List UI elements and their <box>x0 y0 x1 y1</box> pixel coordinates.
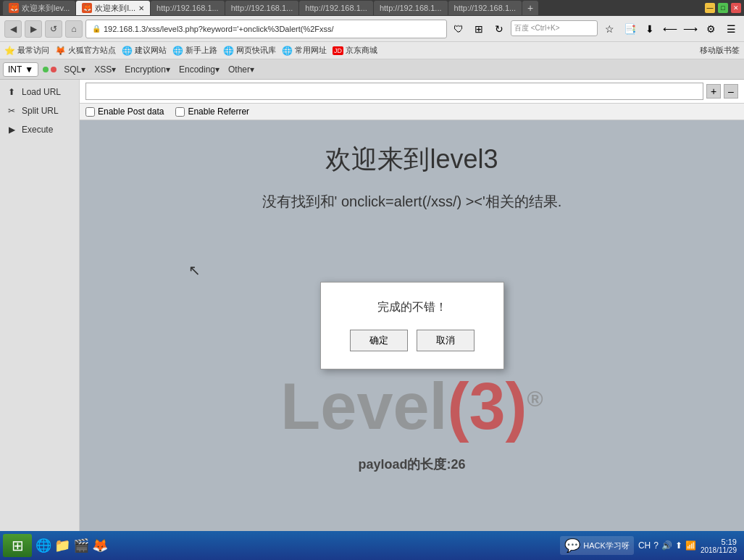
enable-post-data-checkbox[interactable]: Enable Post data <box>85 106 164 117</box>
star-icon[interactable]: ☆ <box>601 20 618 38</box>
split-url-button[interactable]: ✂ Split URL <box>0 101 79 120</box>
bookmark-jd[interactable]: JD 京东商城 <box>333 45 377 56</box>
url-side-btn-plus[interactable]: + <box>706 84 721 99</box>
dialog-confirm-button[interactable]: 确定 <box>350 330 408 351</box>
back-button[interactable]: ◀ <box>4 20 22 38</box>
menu-icon[interactable]: ☰ <box>722 20 740 38</box>
enable-post-data-label: Enable Post data <box>98 106 164 117</box>
shield-icon: 🛡 <box>450 20 467 38</box>
tab-7-label: http://192.168.1... <box>454 4 517 12</box>
plugin-status <box>43 67 57 72</box>
hack-label-item: 💬 HACK学习呀 <box>560 536 634 555</box>
plugin-encryption-menu[interactable]: Encryption▾ <box>122 63 173 76</box>
bookmark-news-label: 网页快讯库 <box>236 45 276 56</box>
bookmark-star-icon: ⭐ <box>4 46 15 56</box>
url-input-area: + – <box>80 80 744 104</box>
plugin-other-menu[interactable]: Other▾ <box>225 63 257 76</box>
checkbox-bar: Enable Post data Enable Referrer <box>80 104 744 120</box>
mobile-bookmark-label: 移动版书签 <box>700 46 740 54</box>
bookmark-beginner[interactable]: 🌐 新手上路 <box>172 45 217 56</box>
int-dropdown-arrow: ▼ <box>25 64 33 75</box>
bookmark-most-visited[interactable]: ⭐ 最常访问 <box>4 45 49 56</box>
tab-5[interactable]: http://192.168.1... <box>299 1 373 15</box>
tab-4[interactable]: http://192.168.1... <box>225 1 299 15</box>
tab-2[interactable]: 🦊 欢迎来到l... ✕ <box>76 1 150 15</box>
load-url-label: Load URL <box>22 87 61 97</box>
referrer-input[interactable] <box>175 107 185 117</box>
url-text-field[interactable] <box>85 83 703 100</box>
tab-1[interactable]: 🦊 欢迎来到lev... <box>3 1 75 15</box>
plugin-xss-menu[interactable]: XSS▾ <box>91 63 119 76</box>
title-bar: 🦊 欢迎来到lev... 🦊 欢迎来到l... ✕ http://192.168… <box>0 0 744 16</box>
load-url-button[interactable]: ⬆ Load URL <box>0 83 79 101</box>
taskbar: ⊞ 🌐 📁 🎬 🦊 💬 HACK学习呀 CH ? 🔊 ⬆ 📶 5:19 2018… <box>0 531 744 560</box>
clock-time: 5:19 <box>701 538 737 546</box>
post-data-input[interactable] <box>85 107 95 117</box>
address-bar[interactable]: 🔒 192.168.1.3/xss/level3.php?keyword='+o… <box>85 20 447 38</box>
plugin-sql-menu[interactable]: SQL▾ <box>61 63 88 76</box>
bookmark-beginner-icon: 🌐 <box>172 46 183 56</box>
forward-button[interactable]: ▶ <box>25 20 42 38</box>
bookmark-common-icon: 🌐 <box>282 46 293 56</box>
settings-icon[interactable]: ⚙ <box>702 20 719 38</box>
bookmark-jd-label: 京东商城 <box>346 45 377 56</box>
dialog-buttons: 确定 取消 <box>350 330 475 351</box>
refresh-button[interactable]: ↺ <box>45 20 62 38</box>
address-text: 192.168.1.3/xss/level3.php?keyword='+onc… <box>104 25 334 33</box>
bookmark-common[interactable]: 🌐 常用网址 <box>282 45 327 56</box>
mobile-bookmark-item[interactable]: 移动版书签 <box>700 45 740 56</box>
tab-3-label: http://192.168.1... <box>156 4 219 12</box>
window-controls: — □ ✕ <box>705 3 741 13</box>
bookmark-icon[interactable]: 📑 <box>621 20 638 38</box>
plugin-encoding-menu[interactable]: Encoding▾ <box>176 63 222 76</box>
taskbar-ie-icon[interactable]: 🌐 <box>35 537 52 554</box>
tab-bar: 🦊 欢迎来到lev... 🦊 欢迎来到l... ✕ http://192.168… <box>3 1 705 15</box>
taskbar-media-icon[interactable]: 🎬 <box>72 537 90 554</box>
history-icon[interactable]: ⟵ <box>661 20 679 38</box>
dialog-cancel-button[interactable]: 取消 <box>417 330 475 351</box>
tab-2-favicon: 🦊 <box>82 3 92 13</box>
split-url-icon: ✂ <box>6 105 17 117</box>
bookmark-firefox[interactable]: 🦊 火狐官方站点 <box>55 45 116 56</box>
tab-6-label: http://192.168.1... <box>380 4 442 12</box>
minimize-button[interactable]: — <box>705 3 715 13</box>
tab-6[interactable]: http://192.168.1... <box>374 1 448 15</box>
tab-5-label: http://192.168.1... <box>305 4 367 12</box>
load-url-icon: ⬆ <box>6 86 17 98</box>
enable-referrer-checkbox[interactable]: Enable Referrer <box>175 106 249 117</box>
status-dot-green <box>43 67 49 72</box>
tab-7[interactable]: http://192.168.1... <box>448 1 522 15</box>
tab-3[interactable]: http://192.168.1... <box>151 1 225 15</box>
page-content: 欢迎来到level3 没有找到和' onclick=alert(/xss/) >… <box>80 120 744 531</box>
taskbar-firefox-icon[interactable]: 🦊 <box>91 537 109 554</box>
taskbar-folder-icon[interactable]: 📁 <box>54 537 71 554</box>
sidebar: ⬆ Load URL ✂ Split URL ▶ Execute <box>0 80 80 531</box>
int-dropdown[interactable]: INT ▼ <box>3 62 38 77</box>
battery-icon: ⬆ <box>675 540 682 551</box>
wechat-icon: 💬 <box>564 538 580 553</box>
language-icon: CH <box>638 540 651 551</box>
clock-date: 2018/11/29 <box>701 546 737 554</box>
content-area: + – Enable Post data Enable Referrer 欢迎来… <box>80 80 744 531</box>
url-side-btn-minus[interactable]: – <box>724 84 738 99</box>
enable-referrer-label: Enable Referrer <box>188 106 249 117</box>
int-dropdown-label: INT <box>8 64 22 75</box>
reload-icon[interactable]: ↻ <box>490 20 508 38</box>
start-button[interactable]: ⊞ <box>3 534 32 557</box>
main-area: ⬆ Load URL ✂ Split URL ▶ Execute + – <box>0 80 744 531</box>
split-url-label: Split URL <box>22 106 59 116</box>
download-icon[interactable]: ⬇ <box>641 20 659 38</box>
close-button[interactable]: ✕ <box>731 3 741 13</box>
nav-bar: ◀ ▶ ↺ ⌂ 🔒 192.168.1.3/xss/level3.php?key… <box>0 16 744 42</box>
search-box[interactable]: 百度 <Ctrl+K> <box>511 20 598 36</box>
bookmark-news[interactable]: 🌐 网页快讯库 <box>223 45 276 56</box>
nav-icons: 🛡 ⊞ ↻ 百度 <Ctrl+K> ☆ 📑 ⬇ ⟵ ⟶ ⚙ ☰ <box>450 20 740 38</box>
execute-button[interactable]: ▶ Execute <box>0 120 79 139</box>
new-tab-button[interactable]: + <box>522 1 538 15</box>
maximize-button[interactable]: □ <box>718 3 728 13</box>
bookmark-suggest[interactable]: 🌐 建议网站 <box>122 45 167 56</box>
plugin-bar: INT ▼ SQL▾ XSS▾ Encryption▾ Encoding▾ Ot… <box>0 59 744 80</box>
home-button[interactable]: ⌂ <box>65 20 83 38</box>
tab-2-close[interactable]: ✕ <box>138 4 144 12</box>
forward-nav-icon[interactable]: ⟶ <box>682 20 699 38</box>
